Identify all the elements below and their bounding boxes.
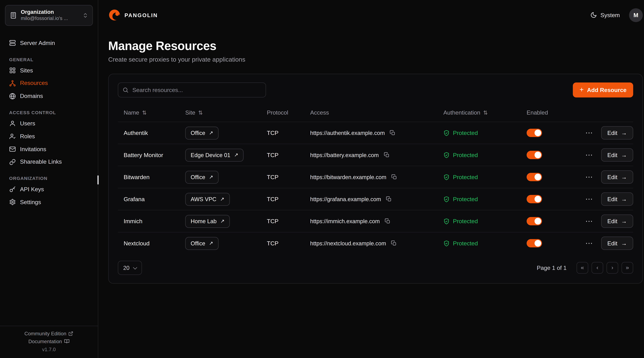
book-icon [64,339,70,344]
column-header-name: Name ⇅ [118,109,180,116]
last-page-button[interactable]: » [622,262,633,274]
next-page-button[interactable]: › [606,262,618,274]
site-name: Office [190,130,205,136]
add-resource-button[interactable]: + Add Resource [573,83,633,97]
external-link-icon: ↗ [209,241,213,246]
version-label: v1.7.0 [3,346,94,352]
resource-protocol: TCP [261,218,304,224]
auth-status: Protected [438,174,521,180]
auth-status: Protected [438,240,521,247]
chevrons-left-icon: « [581,264,584,271]
row-menu-button[interactable]: ⋯ [584,128,594,137]
avatar[interactable]: M [629,8,643,22]
topbar: PANGOLIN System M [108,0,643,30]
resource-protocol: TCP [261,240,304,247]
table-row: Authentik Office ↗ TCP https://authentik… [118,122,633,144]
page-size-select[interactable]: 20 [118,261,142,275]
sidebar-item-settings[interactable]: Settings [5,196,93,209]
sidebar-scrollbar[interactable] [97,175,99,185]
row-menu-button[interactable]: ⋯ [584,150,594,160]
row-menu-button[interactable]: ⋯ [584,194,594,204]
site-link-button[interactable]: AWS VPC ↗ [185,193,230,206]
org-selector[interactable]: Organization milo@fossorial.io's ... [5,5,93,26]
org-subtitle: milo@fossorial.io's ... [21,16,79,22]
copy-icon[interactable] [390,239,398,247]
edit-button[interactable]: Edit → [601,126,633,139]
enabled-toggle[interactable] [527,217,542,225]
edit-button[interactable]: Edit → [601,215,633,228]
resource-name: Nextcloud [118,240,180,247]
link-icon [9,159,16,165]
sidebar-item-label: Domains [20,93,43,100]
sidebar-item-server-admin[interactable]: Server Admin [5,37,93,50]
site-name: Office [190,174,205,180]
copy-icon[interactable] [384,217,392,225]
sidebar-item-roles[interactable]: Roles [5,130,93,143]
sidebar-item-invitations[interactable]: Invitations [5,143,93,156]
row-menu-button[interactable]: ⋯ [584,217,594,226]
resources-card: + Add Resource Name ⇅ Site ⇅ Protocol Ac… [108,74,643,284]
chevron-down-icon [133,265,137,269]
sort-icon[interactable]: ⇅ [142,109,146,116]
enabled-toggle[interactable] [527,195,542,203]
copy-icon[interactable] [383,151,390,159]
sidebar-item-domains[interactable]: ACCESS CONTROL Domains [5,90,93,103]
sidebar-item-resources[interactable]: Resources [5,77,93,90]
copy-icon[interactable] [390,173,398,181]
user-icon [9,120,16,127]
sort-icon[interactable]: ⇅ [198,109,203,116]
brand-name: PANGOLIN [124,12,158,18]
row-menu-button[interactable]: ⋯ [584,239,594,248]
org-title: Organization [21,9,79,16]
sidebar-item-api-keys[interactable]: API Keys [5,183,93,196]
site-name: Office [190,240,205,246]
enabled-toggle[interactable] [527,129,542,137]
site-link-button[interactable]: Edge Device 01 ↗ [185,148,244,161]
table-row: Bitwarden Office ↗ TCP https://bitwarden… [118,166,633,188]
row-menu-button[interactable]: ⋯ [584,172,594,182]
sidebar-item-users[interactable]: Users [5,117,93,130]
table-row: Battery Monitor Edge Device 01 ↗ TCP htt… [118,144,633,166]
auth-status: Protected [438,152,521,158]
sidebar-item-sites[interactable]: Sites [5,64,93,77]
documentation-link[interactable]: Documentation [3,338,94,344]
sidebar-footer: Community Edition Documentation v1.7.0 [0,325,98,358]
first-page-button[interactable]: « [576,262,588,274]
sort-icon[interactable]: ⇅ [483,109,488,116]
search-icon [122,87,128,93]
previous-page-button[interactable]: ‹ [592,262,603,274]
theme-toggle[interactable]: System [590,12,620,18]
section-heading-general: GENERAL [9,57,88,62]
card-footer: 20 Page 1 of 1 « ‹ › » [118,261,633,275]
copy-icon[interactable] [389,129,396,137]
site-link-button[interactable]: Office ↗ [185,126,218,139]
section-heading-access-control: ACCESS CONTROL [9,110,88,115]
sidebar-item-label: Invitations [20,146,46,153]
roles-icon [9,133,16,140]
site-link-button[interactable]: Office ↗ [185,237,218,250]
app: Organization milo@fossorial.io's ... Ser… [0,0,644,358]
edit-button[interactable]: Edit → [601,192,633,206]
arrow-right-icon: → [621,174,627,180]
arrow-right-icon: → [621,152,627,158]
site-link-button[interactable]: Home Lab ↗ [185,215,230,228]
resources-icon [9,80,16,87]
edit-button[interactable]: Edit → [601,170,633,184]
sidebar: Organization milo@fossorial.io's ... Ser… [0,0,98,358]
enabled-toggle[interactable] [527,239,542,247]
sidebar-item-label: Sites [20,67,33,74]
external-link-icon: ↗ [234,152,238,157]
sidebar-item-shareable-links[interactable]: Shareable Links [5,156,93,168]
copy-icon[interactable] [385,195,393,203]
community-edition-link[interactable]: Community Edition [3,330,94,336]
enabled-toggle[interactable] [527,173,542,181]
resource-url: https://authentik.example.com [310,130,385,136]
search-input[interactable] [118,83,266,97]
site-link-button[interactable]: Office ↗ [185,171,218,184]
column-header-access: Access [304,109,438,116]
enabled-toggle[interactable] [527,151,542,159]
edit-button[interactable]: Edit → [601,148,633,162]
shield-check-icon [443,174,450,180]
edit-button[interactable]: Edit → [601,237,633,250]
resource-url: https://immich.example.com [310,218,380,224]
